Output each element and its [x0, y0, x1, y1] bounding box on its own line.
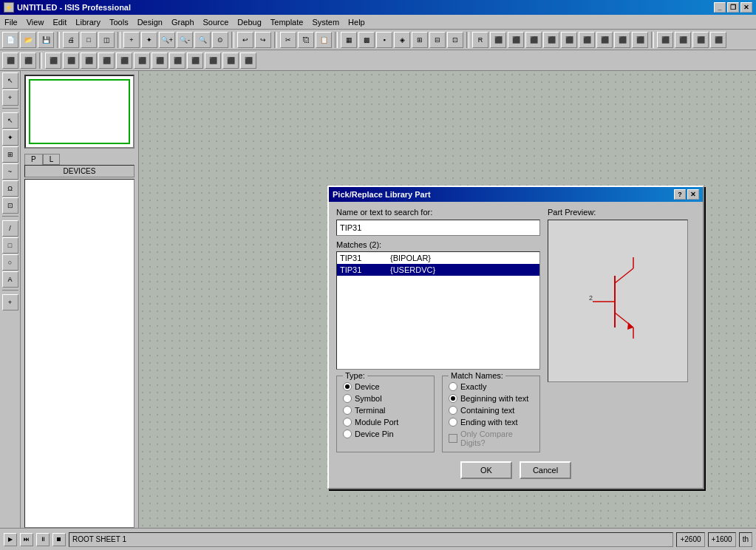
- open-button[interactable]: 📂: [20, 32, 36, 48]
- tb-btn-block5[interactable]: ⊞: [412, 32, 428, 48]
- pause-button[interactable]: ⏸: [36, 533, 50, 546]
- tb2-btn-2[interactable]: ⬛: [20, 52, 36, 69]
- tb2-btn-3[interactable]: ⬛: [45, 52, 61, 69]
- tb-btn-s2[interactable]: ⬛: [675, 32, 691, 48]
- new-button[interactable]: 📄: [2, 32, 18, 48]
- cursor-tool[interactable]: ↖: [2, 72, 18, 89]
- paste-button[interactable]: 📋: [316, 32, 332, 48]
- component-tool[interactable]: +: [2, 89, 18, 106]
- type-terminal[interactable]: Terminal: [343, 406, 428, 415]
- ltb-btn-3[interactable]: ↖: [2, 112, 18, 129]
- type-module-port[interactable]: Module Port: [343, 418, 428, 427]
- radio-containing[interactable]: [449, 406, 457, 415]
- radio-module-port[interactable]: [343, 418, 352, 427]
- tb-btn-block6[interactable]: ⊟: [429, 32, 446, 48]
- tb-btn-r9[interactable]: ⬛: [614, 32, 630, 48]
- pick-replace-dialog[interactable]: Pick/Replace Library Part ? ✕ Name or te…: [327, 186, 704, 489]
- copy-button[interactable]: ⿻: [298, 32, 314, 48]
- radio-beginning[interactable]: [449, 394, 457, 403]
- tb2-btn-11[interactable]: ⬛: [187, 52, 203, 69]
- menu-edit[interactable]: Edit: [48, 16, 71, 28]
- undo-button[interactable]: ↩: [237, 32, 253, 48]
- restore-button[interactable]: ❐: [727, 2, 739, 13]
- redo-button[interactable]: ↪: [255, 32, 271, 48]
- ltb-btn-12[interactable]: A: [2, 271, 18, 288]
- ltb-btn-13[interactable]: +: [2, 294, 18, 310]
- ltb-btn-6[interactable]: ~: [2, 163, 18, 180]
- menu-graph[interactable]: Graph: [167, 16, 199, 28]
- tb2-btn-9[interactable]: ⬛: [151, 52, 168, 69]
- type-symbol[interactable]: Symbol: [343, 394, 428, 403]
- match-exactly[interactable]: Exactly: [449, 382, 534, 391]
- ltb-btn-7[interactable]: Ω: [2, 180, 18, 197]
- tb-btn-11[interactable]: 🔍: [194, 32, 211, 48]
- menu-design[interactable]: Design: [133, 16, 167, 28]
- tb-btn-r4[interactable]: ⬛: [525, 32, 542, 48]
- match-containing[interactable]: Containing text: [449, 406, 534, 415]
- tb-btn-r3[interactable]: ⬛: [508, 32, 524, 48]
- tb-btn-6[interactable]: ◫: [98, 32, 115, 48]
- cancel-button[interactable]: Cancel: [520, 461, 571, 479]
- tb-btn-12[interactable]: ⊙: [212, 32, 228, 48]
- ltb-btn-5[interactable]: ⊞: [2, 146, 18, 163]
- tb2-btn-1[interactable]: ⬛: [2, 52, 18, 69]
- canvas-area[interactable]: Pick/Replace Library Part ? ✕ Name or te…: [139, 71, 756, 528]
- type-device[interactable]: Device: [343, 382, 428, 391]
- tb-btn-5[interactable]: □: [81, 32, 97, 48]
- tb2-btn-6[interactable]: ⬛: [98, 52, 115, 69]
- ltb-btn-11[interactable]: ○: [2, 254, 18, 271]
- match-beginning[interactable]: Beginning with text: [449, 394, 534, 403]
- close-button[interactable]: ✕: [740, 2, 752, 13]
- tb-btn-block1[interactable]: ▦: [341, 32, 357, 48]
- menu-debug[interactable]: Debug: [233, 16, 265, 28]
- tb-btn-r1[interactable]: R: [472, 32, 488, 48]
- matches-list[interactable]: TIP31 {BIPOLAR} TIP31 {USERDVC}: [336, 251, 540, 370]
- tb2-btn-12[interactable]: ⬛: [205, 52, 221, 69]
- tb-btn-block3[interactable]: ▪: [376, 32, 392, 48]
- menu-file[interactable]: File: [0, 16, 22, 28]
- ltb-btn-9[interactable]: /: [2, 220, 18, 237]
- compare-digits-checkbox[interactable]: [449, 434, 457, 443]
- tb-btn-r2[interactable]: ⬛: [490, 32, 506, 48]
- tb-btn-block4[interactable]: ◈: [394, 32, 410, 48]
- dialog-help-button[interactable]: ?: [674, 189, 686, 200]
- tb-btn-r7[interactable]: ⬛: [579, 32, 595, 48]
- save-button[interactable]: 💾: [38, 32, 54, 48]
- tb-btn-block2[interactable]: ▩: [358, 32, 375, 48]
- tb-btn-8[interactable]: ✦: [141, 32, 157, 48]
- radio-device[interactable]: [343, 382, 352, 391]
- minimize-button[interactable]: _: [714, 2, 726, 13]
- tb2-btn-8[interactable]: ⬛: [134, 52, 150, 69]
- tb-btn-9[interactable]: 🔍+: [159, 32, 175, 48]
- radio-symbol[interactable]: [343, 394, 352, 403]
- tb-btn-block7[interactable]: ⊡: [447, 32, 463, 48]
- search-input[interactable]: [336, 220, 540, 236]
- tb2-btn-4[interactable]: ⬛: [63, 52, 79, 69]
- menu-system[interactable]: System: [307, 16, 344, 28]
- radio-device-pin[interactable]: [343, 430, 352, 438]
- dialog-close-button[interactable]: ✕: [687, 189, 699, 200]
- tb-btn-r5[interactable]: ⬛: [543, 32, 559, 48]
- tb-btn-r8[interactable]: ⬛: [596, 32, 613, 48]
- print-button[interactable]: 🖨: [63, 32, 79, 48]
- tb-btn-s3[interactable]: ⬛: [692, 32, 709, 48]
- tb-btn-10[interactable]: 🔍-: [177, 32, 193, 48]
- menu-source[interactable]: Source: [199, 16, 234, 28]
- tb2-btn-14[interactable]: ⬛: [240, 52, 256, 69]
- menu-library[interactable]: Library: [71, 16, 105, 28]
- type-device-pin[interactable]: Device Pin: [343, 430, 428, 438]
- menu-tools[interactable]: Tools: [105, 16, 133, 28]
- radio-exactly[interactable]: [449, 382, 457, 391]
- devices-list[interactable]: [24, 179, 134, 528]
- panel-tab-l[interactable]: L: [43, 154, 61, 165]
- tb2-btn-13[interactable]: ⬛: [222, 52, 239, 69]
- tb2-btn-7[interactable]: ⬛: [116, 52, 132, 69]
- radio-terminal[interactable]: [343, 406, 352, 415]
- list-item-1[interactable]: TIP31 {USERDVC}: [337, 264, 539, 276]
- stop-button[interactable]: ⏹: [52, 533, 66, 546]
- ltb-btn-10[interactable]: □: [2, 237, 18, 254]
- play-button[interactable]: ▶: [4, 533, 17, 546]
- list-item-0[interactable]: TIP31 {BIPOLAR}: [337, 252, 539, 264]
- step-button[interactable]: ⏭: [20, 533, 33, 546]
- cut-button[interactable]: ✂: [280, 32, 296, 48]
